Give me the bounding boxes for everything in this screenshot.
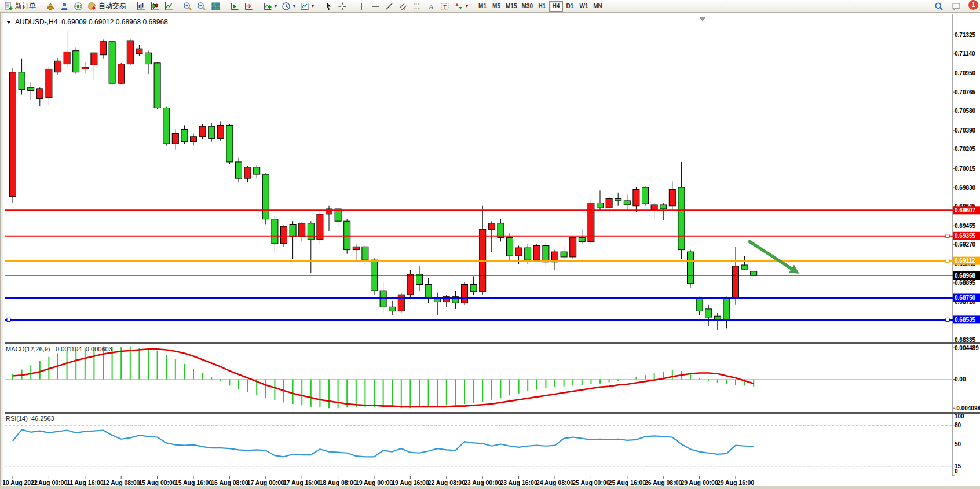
toolbar-separator bbox=[258, 2, 258, 11]
svg-text:23 Aug 16:00: 23 Aug 16:00 bbox=[500, 479, 537, 486]
tile-windows-button[interactable] bbox=[209, 1, 222, 12]
cursor-button[interactable] bbox=[321, 1, 335, 12]
cursor-icon bbox=[324, 2, 333, 11]
text-button[interactable]: A bbox=[424, 1, 438, 12]
toolbar-separator bbox=[41, 2, 41, 11]
toolbar-separator bbox=[352, 2, 352, 11]
candlestick-chart-icon bbox=[150, 2, 159, 11]
autotrading-button[interactable]: 自动交易 bbox=[85, 1, 129, 12]
svg-text:19 Aug 16:00: 19 Aug 16:00 bbox=[392, 479, 429, 486]
dropdown-caret-icon: ▾ bbox=[312, 3, 314, 9]
timeframe-m5-button[interactable]: M5 bbox=[489, 1, 503, 12]
svg-text:0.68750: 0.68750 bbox=[955, 295, 976, 301]
svg-text:0: 0 bbox=[955, 468, 958, 475]
template-icon bbox=[300, 2, 309, 11]
svg-text:0.70950: 0.70950 bbox=[955, 70, 976, 76]
timeframe-m1-button[interactable]: M1 bbox=[476, 1, 489, 12]
svg-text:11 Aug 16:00: 11 Aug 16:00 bbox=[67, 479, 104, 486]
candlestick-mode-button[interactable] bbox=[148, 1, 162, 12]
svg-text:22 Aug 08:00: 22 Aug 08:00 bbox=[428, 479, 466, 486]
market-sounds-button[interactable] bbox=[71, 1, 85, 12]
notifications-button[interactable] bbox=[949, 1, 963, 12]
macd-indicator-label: MACD(12,26,9) bbox=[6, 345, 50, 352]
periods-button[interactable]: ▾ bbox=[279, 1, 298, 12]
templates-button[interactable]: ▾ bbox=[298, 1, 316, 12]
svg-text:T: T bbox=[443, 3, 447, 9]
trendline-icon bbox=[385, 2, 394, 11]
svg-text:16 Aug 08:00: 16 Aug 08:00 bbox=[211, 479, 248, 486]
time-axis: 10 Aug 202211 Aug 00:0011 Aug 16:0012 Au… bbox=[2, 476, 754, 486]
svg-text:F: F bbox=[419, 7, 421, 11]
window-left-border bbox=[0, 13, 3, 489]
indicators-button[interactable]: ▾ bbox=[261, 1, 279, 12]
dropdown-caret-icon: ▾ bbox=[293, 3, 295, 9]
equidistant-channel-button[interactable]: E bbox=[396, 1, 410, 12]
chart-canvas[interactable]: 0.713250.711400.709500.707650.705800.703… bbox=[0, 0, 980, 489]
crosshair-button[interactable] bbox=[335, 1, 349, 12]
svg-text:0.69607: 0.69607 bbox=[955, 207, 976, 214]
timeframe-h4-button[interactable]: H4 bbox=[549, 1, 563, 12]
auto-scroll-button[interactable] bbox=[228, 1, 242, 12]
timeframe-w1-button[interactable]: W1 bbox=[577, 1, 591, 12]
svg-text:-0.004098: -0.004098 bbox=[955, 405, 980, 411]
chart-shift-button[interactable] bbox=[242, 1, 255, 12]
macd-label-row: MACD(12,26,9) -0.001104 -0.000603 bbox=[6, 345, 112, 352]
svg-text:0.69830: 0.69830 bbox=[955, 185, 976, 191]
svg-text:0.71140: 0.71140 bbox=[955, 50, 975, 57]
symbol-period-label[interactable]: AUDUSD-,H4 bbox=[15, 18, 57, 26]
arrows-button[interactable]: ▾ bbox=[452, 1, 470, 12]
svg-text:100: 100 bbox=[955, 413, 964, 420]
trend-arrow-annotation[interactable] bbox=[748, 241, 799, 274]
timeframe-h1-button[interactable]: H1 bbox=[535, 1, 549, 12]
rsi-panel[interactable]: 1008050150 bbox=[5, 413, 964, 476]
svg-text:0.68535: 0.68535 bbox=[955, 317, 976, 323]
line-chart-icon bbox=[164, 2, 173, 11]
notification-badge[interactable]: 1 bbox=[968, 0, 978, 10]
svg-text:29 Aug 16:00: 29 Aug 16:00 bbox=[717, 479, 755, 486]
rsi-indicator-label: RSI(14) bbox=[6, 415, 28, 422]
svg-text:0.69270: 0.69270 bbox=[955, 241, 976, 248]
zoom-out-button[interactable] bbox=[195, 1, 209, 12]
metaeditor-button[interactable] bbox=[43, 1, 57, 12]
svg-text:0.69112: 0.69112 bbox=[955, 258, 975, 264]
pivot-line[interactable] bbox=[5, 259, 953, 263]
trendline-button[interactable] bbox=[382, 1, 396, 12]
mql5-community-button[interactable] bbox=[57, 1, 71, 12]
horizontal-line-button[interactable] bbox=[368, 1, 382, 12]
svg-text:12 Aug 08:00: 12 Aug 08:00 bbox=[103, 479, 140, 486]
bar-chart-mode-button[interactable] bbox=[134, 1, 148, 12]
dropdown-caret-icon: ▾ bbox=[466, 3, 468, 9]
sound-icon bbox=[74, 2, 83, 11]
new-order-button[interactable]: 新订单 bbox=[2, 1, 38, 12]
toolbar: 新订单自动交易▾▾▾EFAT▾M1M5M15M30H1H4D1W1MN1 bbox=[0, 0, 980, 13]
svg-text:0.68335: 0.68335 bbox=[955, 337, 976, 343]
support-line-2[interactable] bbox=[5, 318, 953, 321]
svg-text:0.69355: 0.69355 bbox=[955, 233, 976, 239]
svg-text:0.70580: 0.70580 bbox=[955, 108, 976, 114]
timeframe-m30-button[interactable]: M30 bbox=[520, 1, 535, 12]
toolbar-separator bbox=[178, 2, 178, 11]
clock-icon bbox=[281, 2, 291, 11]
bar-chart-icon bbox=[136, 2, 145, 11]
timeframe-mn-button[interactable]: MN bbox=[591, 1, 605, 12]
text-label-button[interactable]: T bbox=[438, 1, 452, 12]
autotrading-icon bbox=[87, 2, 97, 11]
toolbar-right: 1 bbox=[932, 1, 978, 12]
timeframe-d1-button[interactable]: D1 bbox=[563, 1, 577, 12]
timeframe-m15-button[interactable]: M15 bbox=[503, 1, 519, 12]
line-chart-mode-button[interactable] bbox=[162, 1, 175, 12]
macd-panel[interactable]: 0.0044890.00-0.004098 bbox=[5, 345, 980, 411]
svg-text:15 Aug 00:00: 15 Aug 00:00 bbox=[138, 479, 176, 486]
resistance-line-2[interactable] bbox=[5, 234, 953, 238]
symbol-dropdown-icon[interactable] bbox=[6, 21, 11, 24]
chart-shift-marker[interactable] bbox=[700, 17, 705, 21]
search-button[interactable] bbox=[932, 1, 946, 12]
svg-text:19 Aug 00:00: 19 Aug 00:00 bbox=[356, 479, 393, 486]
fibonacci-button[interactable]: F bbox=[410, 1, 424, 12]
new-order-icon bbox=[4, 2, 13, 11]
zoom-in-button[interactable] bbox=[181, 1, 195, 12]
toolbar-separator bbox=[319, 2, 319, 11]
arrows-icon bbox=[454, 2, 463, 11]
vertical-line-button[interactable] bbox=[354, 1, 368, 12]
channel-icon: E bbox=[398, 2, 408, 11]
